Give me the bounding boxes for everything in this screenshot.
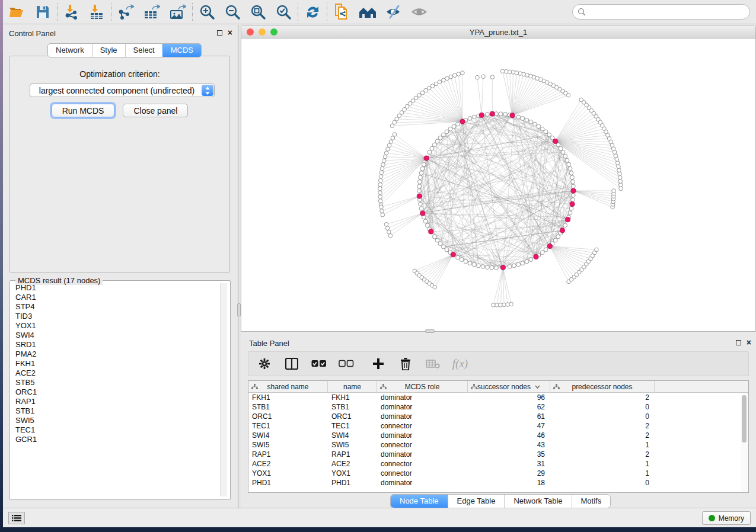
table-cell: 2 <box>550 422 655 430</box>
mcds-result-item[interactable]: SRD1 <box>12 340 219 350</box>
column-header-successor-nodes[interactable]: successor nodes <box>468 381 550 393</box>
tab-style[interactable]: Style <box>92 44 125 57</box>
close-panel-icon[interactable]: × <box>747 339 751 345</box>
table-cell: RAP1 <box>328 450 377 459</box>
table-cell: SWI4 <box>248 431 328 440</box>
table-panel: Table Panel × <box>241 335 756 508</box>
refresh-view-icon[interactable] <box>302 2 323 21</box>
mcds-result-item[interactable]: STP4 <box>12 302 219 312</box>
table-scrollbar[interactable] <box>741 393 748 492</box>
first-neighbors-icon[interactable] <box>358 2 378 21</box>
table-row[interactable]: SWI4SWI4dominator462 <box>248 431 748 440</box>
zoom-fit-icon[interactable] <box>248 2 268 21</box>
table-row[interactable]: STB1STB1dominator620 <box>248 402 748 412</box>
table-cell: YOX1 <box>328 469 377 477</box>
float-panel-icon[interactable] <box>217 30 222 36</box>
mcds-result-item[interactable]: SWI5 <box>12 416 219 425</box>
table-cell: 43 <box>468 441 550 449</box>
mcds-result-item[interactable]: RAP1 <box>12 397 219 406</box>
export-network-icon[interactable] <box>116 2 136 21</box>
table-row[interactable]: FKH1FKH1dominator962 <box>248 393 748 402</box>
table-cell: PHD1 <box>248 479 328 487</box>
scrollbar-thumb[interactable] <box>742 395 747 443</box>
table-cell: PHD1 <box>328 479 377 487</box>
table-settings-icon[interactable] <box>257 356 272 371</box>
mcds-result-item[interactable]: PMA2 <box>12 350 219 359</box>
tab-select[interactable]: Select <box>125 44 162 57</box>
import-table-icon[interactable] <box>87 2 107 21</box>
memory-status-icon <box>709 515 715 521</box>
close-panel-button[interactable]: Close panel <box>123 104 188 117</box>
tab-network[interactable]: Network <box>48 44 92 57</box>
table-row[interactable]: SWI5SWI5connector431 <box>248 440 748 450</box>
search-field[interactable] <box>572 4 750 20</box>
mcds-result-item[interactable]: FKH1 <box>12 359 219 368</box>
select-all-icon[interactable] <box>311 356 327 371</box>
add-row-icon[interactable] <box>371 356 386 371</box>
mcds-result-item[interactable]: ACE2 <box>12 368 219 378</box>
delete-row-icon[interactable] <box>398 356 413 371</box>
tab-network-table[interactable]: Network Table <box>504 495 571 508</box>
import-network-icon[interactable] <box>62 2 82 21</box>
hide-details-icon[interactable] <box>384 2 404 21</box>
mcds-result-item[interactable]: GCR1 <box>12 435 219 444</box>
network-window-titlebar[interactable]: YPA_prune.txt_1 <box>241 25 755 39</box>
table-cell: SWI4 <box>328 431 377 440</box>
mcds-result-item[interactable]: ORC1 <box>12 387 219 397</box>
table-row[interactable]: RAP1RAP1dominator352 <box>248 450 748 459</box>
column-selector-icon[interactable] <box>284 356 299 371</box>
mcds-result-item[interactable]: TID3 <box>12 312 219 321</box>
table-row[interactable]: TEC1TEC1connector472 <box>248 421 748 431</box>
deselect-all-icon[interactable] <box>339 356 354 371</box>
table-cell: FKH1 <box>328 393 377 402</box>
mcds-result-list[interactable]: PHD1CAR1STP4TID3YOX1SWI4SRD1PMA2FKH1ACE2… <box>12 283 219 496</box>
tab-motifs[interactable]: Motifs <box>572 495 611 508</box>
mcds-result-title: MCDS result (17 nodes) <box>15 276 103 285</box>
table-cell: RAP1 <box>248 450 328 459</box>
zoom-in-icon[interactable] <box>197 2 217 21</box>
export-image-icon[interactable] <box>168 2 188 21</box>
float-panel-icon[interactable] <box>736 340 741 345</box>
column-header-name[interactable]: name <box>328 381 377 393</box>
column-header-MCDS-role[interactable]: MCDS role <box>377 381 468 393</box>
show-details-icon[interactable] <box>410 2 430 21</box>
mcds-result-item[interactable]: CAR1 <box>12 293 219 302</box>
export-table-icon[interactable] <box>142 2 162 21</box>
run-mcds-button[interactable]: Run MCDS <box>52 104 115 117</box>
save-icon[interactable] <box>33 2 53 21</box>
mcds-result-item[interactable]: TEC1 <box>12 425 219 435</box>
tab-mcds[interactable]: MCDS <box>162 44 201 57</box>
column-header-shared-name[interactable]: shared name <box>248 381 328 393</box>
open-file-icon[interactable] <box>7 2 27 21</box>
horizontal-splitter-grip[interactable] <box>425 329 435 333</box>
criterion-dropdown[interactable]: largest connected component (undirected) <box>30 84 215 97</box>
table-cell: dominator <box>377 479 468 487</box>
mcds-result-item[interactable]: YOX1 <box>12 321 219 331</box>
mcds-list-scrollbar[interactable] <box>220 283 227 496</box>
tab-node-table[interactable]: Node Table <box>391 495 448 508</box>
zoom-out-icon[interactable] <box>222 2 243 21</box>
memory-button[interactable]: Memory <box>702 511 751 525</box>
optimization-criterion-label: Optimization criterion: <box>10 69 229 79</box>
search-icon <box>578 8 586 17</box>
delete-table-icon[interactable] <box>425 356 441 371</box>
column-header-predecessor-nodes[interactable]: predecessor nodes <box>550 381 655 393</box>
tab-edge-table[interactable]: Edge Table <box>448 495 505 508</box>
zoom-selected-icon[interactable] <box>273 2 294 21</box>
task-history-button[interactable] <box>8 512 25 524</box>
table-row[interactable]: ORC1ORC1dominator610 <box>248 412 748 421</box>
table-row[interactable]: PHD1PHD1dominator180 <box>248 478 748 488</box>
mcds-result-item[interactable]: STB5 <box>12 378 219 387</box>
network-view-window: YPA_prune.txt_1 <box>241 25 756 332</box>
table-body: FKH1FKH1dominator962STB1STB1dominator620… <box>248 393 748 488</box>
table-row[interactable]: ACE2ACE2connector311 <box>248 459 748 469</box>
close-panel-icon[interactable]: × <box>228 30 232 36</box>
network-canvas[interactable] <box>241 39 756 332</box>
mcds-result-groupbox: MCDS result (17 nodes) PHD1CAR1STP4TID3Y… <box>9 276 231 500</box>
mcds-result-item[interactable]: SWI4 <box>12 331 219 340</box>
mcds-result-item[interactable]: STB1 <box>12 406 219 416</box>
table-row[interactable]: YOX1YOX1connector291 <box>248 469 748 478</box>
function-builder-icon[interactable]: f(x) <box>452 356 468 371</box>
clone-network-icon[interactable] <box>331 2 352 21</box>
search-input[interactable] <box>586 8 735 17</box>
